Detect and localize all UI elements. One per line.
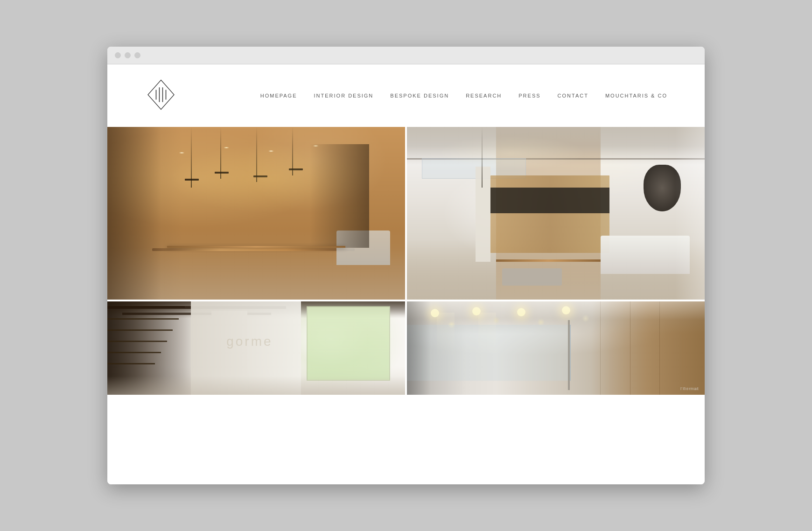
gallery-image-top-left [107, 127, 405, 300]
nav-item-mouchtaris[interactable]: MOUCHTARIS & CO [605, 93, 667, 98]
svg-marker-0 [148, 80, 174, 110]
nav-item-interior-design[interactable]: INTERIOR DESIGN [314, 93, 374, 98]
gallery-cell-bottom-right[interactable]: Format Format [407, 301, 705, 395]
browser-chrome [107, 47, 705, 64]
browser-dot-yellow[interactable] [125, 52, 131, 58]
site-body: HOMEPAGE INTERIOR DESIGN BESPOKE DESIGN … [107, 64, 705, 484]
gallery-image-top-right [407, 127, 705, 300]
format-label: Format [683, 386, 699, 391]
nav-item-bespoke-design[interactable]: BESPOKE DESIGN [390, 93, 449, 98]
nav-item-research[interactable]: RESEARCH [466, 93, 502, 98]
nav-item-homepage[interactable]: HOMEPAGE [260, 93, 297, 98]
gallery-cell-top-left[interactable] [107, 127, 405, 300]
site-header: HOMEPAGE INTERIOR DESIGN BESPOKE DESIGN … [107, 64, 705, 122]
nav-item-contact[interactable]: CONTACT [558, 93, 588, 98]
gallery-image-bottom-left: gorme [107, 301, 405, 395]
nav-item-press[interactable]: PRESS [518, 93, 540, 98]
browser-dot-red[interactable] [115, 52, 121, 58]
gallery-image-bottom-right: Format Format [407, 301, 705, 395]
browser-window: HOMEPAGE INTERIOR DESIGN BESPOKE DESIGN … [107, 47, 705, 484]
browser-dot-green[interactable] [134, 52, 140, 58]
site-navigation: HOMEPAGE INTERIOR DESIGN BESPOKE DESIGN … [260, 93, 667, 98]
gallery-cell-bottom-left[interactable]: gorme [107, 301, 405, 395]
gallery-cell-top-right[interactable] [407, 127, 705, 300]
gallery-grid: gorme [107, 127, 705, 395]
site-logo[interactable] [145, 78, 177, 113]
